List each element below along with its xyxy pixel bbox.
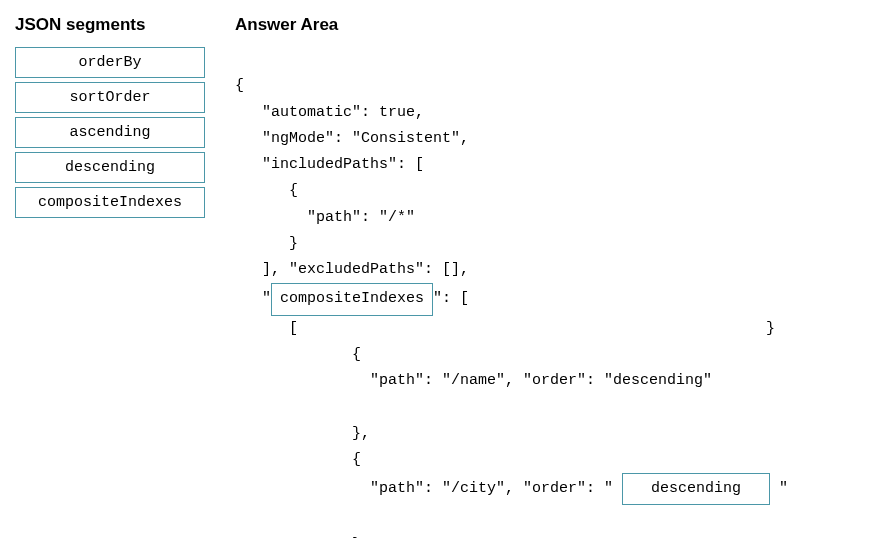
code-line: " <box>235 290 271 307</box>
code-line: " <box>770 480 788 497</box>
json-segments-panel: JSON segments orderBy sortOrder ascendin… <box>15 15 205 222</box>
drop-target-2[interactable]: descending <box>622 473 770 505</box>
code-line: } <box>235 235 298 252</box>
code-line: "includedPaths": [ <box>235 156 424 173</box>
code-line: "path": "/name", "order": "descending" <box>235 372 712 389</box>
code-line: { <box>235 346 361 363</box>
code-line: [ <box>235 320 298 337</box>
code-line: }, <box>235 425 370 442</box>
code-block: { "automatic": true, "ngMode": "Consiste… <box>235 47 864 538</box>
answer-area-header: Answer Area <box>235 15 864 35</box>
json-segments-header: JSON segments <box>15 15 205 35</box>
answer-area-panel: Answer Area { "automatic": true, "ngMode… <box>235 15 864 538</box>
code-line: { <box>235 182 298 199</box>
code-line: "automatic": true, <box>235 104 424 121</box>
segment-sortOrder[interactable]: sortOrder <box>15 82 205 113</box>
code-line: { <box>235 77 244 94</box>
code-line: ], "excludedPaths": [], <box>235 261 469 278</box>
segment-compositeIndexes[interactable]: compositeIndexes <box>15 187 205 218</box>
segment-descending[interactable]: descending <box>15 152 205 183</box>
code-line: "path": "/*" <box>235 209 415 226</box>
code-line: "path": "/city", "order": " <box>235 480 622 497</box>
drop-target-1[interactable]: compositeIndexes <box>271 283 433 315</box>
code-line: { <box>235 451 361 468</box>
segment-orderBy[interactable]: orderBy <box>15 47 205 78</box>
code-line: } <box>766 320 775 337</box>
code-line: ": [ <box>433 290 469 307</box>
code-line: "ngMode": "Consistent", <box>235 130 469 147</box>
segment-ascending[interactable]: ascending <box>15 117 205 148</box>
